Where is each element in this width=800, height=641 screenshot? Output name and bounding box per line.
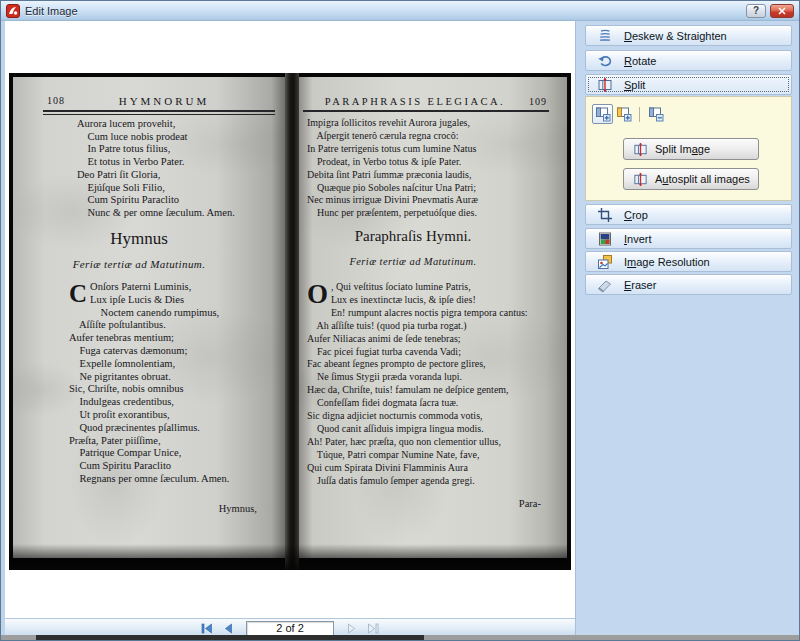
text-line: Quod canit aſſiduis impigra lingua modis…	[307, 423, 509, 436]
eraser-button[interactable]: Eraser	[585, 274, 792, 295]
right-stanza-1: Impigra ſollicitos revehit Aurora jugale…	[307, 117, 478, 220]
text-line: Ah aſſiſte tuis! (quod pia turba rogat.)	[307, 320, 509, 333]
left-catchword: Hymnus,	[219, 503, 257, 514]
split-label: Split	[624, 79, 645, 91]
text-line: Debita ſint Patri ſummæ præconia laudis,	[307, 169, 478, 182]
last-page-button[interactable]	[366, 622, 380, 635]
text-line: Sic digna adjiciet nocturnis commoda vot…	[307, 410, 509, 423]
autosplit-icon	[633, 172, 648, 187]
right-catchword: Para-	[519, 498, 541, 509]
crop-button[interactable]: Crop	[585, 204, 792, 225]
image-resolution-button[interactable]: Image Resolution	[585, 251, 792, 272]
split-image-label: Split Image	[655, 143, 710, 155]
deskew-straighten-button[interactable]: Deskew & Straighten	[585, 25, 792, 46]
text-line: Aufer tenebras mentium;	[69, 332, 229, 345]
remove-split-button[interactable]	[645, 104, 666, 124]
image-resolution-icon	[597, 254, 613, 270]
app-icon	[6, 4, 20, 18]
text-line: Ne ſimus Stygii præda voranda lupi.	[307, 371, 509, 384]
close-button[interactable]	[770, 4, 794, 18]
text-line: Aſſiſte poſtulantibus.	[69, 319, 229, 332]
text-line: Confeſſam fidei dogmata ſacra tuæ.	[307, 397, 509, 410]
image-canvas: 108 HYMNORUM Aurora lucem provehit, Cum …	[5, 21, 575, 637]
text-line: Cum Spiritu Paraclito	[77, 194, 235, 207]
invert-icon	[597, 231, 613, 247]
text-line: Quod præcinentes pſallimus.	[69, 422, 229, 435]
split-button[interactable]: Split	[585, 74, 792, 95]
left-section-heading: Hymnus	[13, 229, 265, 249]
text-line: En! rumpunt alacres noctis pigra tempora…	[307, 307, 509, 320]
text-line: Cum Spiritu Paraclito	[69, 460, 229, 473]
text-line: Lux es inextinctæ lucis, & ipſe dies!	[307, 294, 509, 307]
image-resolution-label: Image Resolution	[624, 256, 710, 268]
autosplit-label: Autosplit all images	[655, 173, 750, 185]
text-line: Patrique Compar Unice,	[69, 447, 229, 460]
page-indicator-field[interactable]: 2 of 2	[246, 621, 334, 636]
toolbar-separator	[639, 107, 640, 122]
page-indicator-text: 2 of 2	[276, 622, 304, 634]
drop-cap: C	[69, 282, 87, 307]
add-horizontal-split-button[interactable]	[613, 104, 634, 124]
scanned-book-image[interactable]: 108 HYMNORUM Aurora lucem provehit, Cum …	[9, 73, 571, 570]
autosplit-all-images-button[interactable]: Autosplit all images	[623, 168, 759, 190]
crop-label: Crop	[624, 209, 648, 221]
text-line: In Patre terrigenis totus cum lumine Nat…	[307, 143, 478, 156]
next-page-icon	[347, 623, 357, 634]
left-running-header: HYMNORUM	[47, 95, 281, 107]
text-line: Ut proſit exorantibus,	[69, 409, 229, 422]
text-line: Fac picei fugiat turba cavenda Vadi;	[307, 346, 509, 359]
previous-page-button[interactable]	[221, 622, 235, 635]
scrollbar-thumb[interactable]	[36, 635, 424, 640]
header-rule	[43, 110, 275, 115]
eraser-icon	[597, 277, 613, 293]
text-line: Hæc da, Chriſte, tuis! famulam ne deſpic…	[307, 384, 509, 397]
text-line: Nunc & per omne ſæculum. Amen.	[77, 207, 235, 220]
text-line: Qui cum Spirata Divini Flamminis Aura	[307, 462, 509, 475]
rotate-button[interactable]: Rotate	[585, 50, 792, 71]
text-line: Fac abeant ſegnes prompto de pectore gli…	[307, 358, 509, 371]
tools-sidebar: Deskew & Straighten Rotate Split	[575, 21, 800, 637]
drop-cap: O	[307, 282, 328, 307]
book-page-left: 108 HYMNORUM Aurora lucem provehit, Cum …	[13, 77, 285, 558]
last-page-icon	[367, 623, 379, 634]
text-line: Aſpergit tenerô cærula regna crocô:	[307, 130, 478, 143]
text-line: Ne pigritantes obruat.	[69, 371, 229, 384]
left-stanza-2: C Onſors Paterni Luminis,Lux ipſe Lucis …	[69, 281, 229, 486]
split-icon	[597, 77, 613, 93]
text-line: Deo Patri ſit Gloria,	[77, 169, 235, 182]
invert-label: Invert	[624, 233, 652, 245]
text-line: Sic, Chriſte, nobis omnibus	[69, 383, 229, 396]
text-line: Cum luce nobis prodeat	[77, 131, 235, 144]
text-line: Aufer Niliacas animi de ſede tenebras;	[307, 333, 509, 346]
right-section-subheading: Feriæ tertiæ ad Matutinum.	[299, 256, 527, 267]
help-button[interactable]: ?	[746, 4, 766, 18]
text-line: Quæque pio Soboles naſcitur Una Patri;	[307, 182, 478, 195]
right-page-number: 109	[529, 96, 547, 107]
split-image-button[interactable]: Split Image	[623, 138, 759, 160]
rotate-icon	[597, 53, 613, 69]
left-stanza-1: Aurora lucem provehit, Cum luce nobis pr…	[77, 118, 235, 220]
text-line: , Qui veſtitus ſociato lumine Patris,	[307, 281, 509, 294]
text-line: Prodeat, in Verbo totus & ipſe Pater.	[307, 156, 478, 169]
text-line: Ah! Pater, hæc præſta, quo non clementio…	[307, 436, 509, 449]
add-vertical-split-icon	[595, 106, 611, 122]
invert-button[interactable]: Invert	[585, 228, 792, 249]
text-line: Regnans per omne ſæculum. Amen.	[69, 473, 229, 486]
book-page-right: PARAPHRASIS ELEGIACA. 109 Impigra ſollic…	[299, 77, 567, 558]
eraser-label: Eraser	[624, 279, 656, 291]
text-line: Lux ipſe Lucis & Dies	[69, 294, 229, 307]
left-section-subheading: Feriæ tertiæ ad Matutinum.	[13, 258, 265, 270]
horizontal-scrollbar[interactable]	[1, 635, 799, 640]
crop-icon	[597, 207, 613, 223]
right-section-heading: Paraphraſis Hymni.	[299, 228, 527, 245]
first-page-button[interactable]	[200, 622, 214, 635]
first-page-icon	[201, 623, 213, 634]
add-vertical-split-button[interactable]	[592, 104, 613, 124]
help-icon: ?	[753, 5, 759, 16]
edit-image-window: Edit Image ? 108 HYMNORUM Aurora lucem p…	[0, 0, 800, 641]
next-page-button[interactable]	[345, 622, 359, 635]
text-line: Præſta, Pater piiſſime,	[69, 435, 229, 448]
text-line: Expelle ſomnolentiam,	[69, 358, 229, 371]
text-line: Juſſa datis famulo ſemper agenda gregi.	[307, 475, 509, 488]
rotate-label: Rotate	[624, 55, 656, 67]
